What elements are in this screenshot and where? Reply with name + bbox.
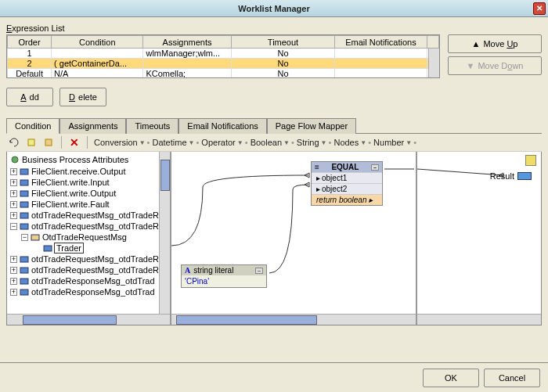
equal-node[interactable]: ≡EQUAL– ▸ object1 ▸ object2 return boole… (311, 161, 383, 206)
result-hscroll[interactable] (417, 314, 541, 325)
add-button[interactable]: Add (6, 88, 53, 106)
tree-node[interactable]: +otdTradeRequestMsg_otdTradeR (9, 264, 168, 275)
node-icon (20, 189, 29, 198)
validate-icon[interactable] (42, 136, 55, 149)
collapse-icon[interactable]: – (255, 268, 263, 274)
tree-node[interactable]: +FileClient.write.Output (9, 188, 168, 199)
node-input-1[interactable]: ▸ object1 (312, 172, 382, 183)
editor-panels: Business Process Attributes +FileClient.… (6, 152, 542, 325)
node-icon (31, 232, 40, 242)
tab-email[interactable]: Email Notifications (178, 118, 266, 134)
node-icon (20, 221, 29, 231)
svg-rect-13 (20, 279, 28, 284)
svg-rect-5 (20, 191, 28, 196)
svg-rect-14 (20, 290, 28, 295)
table-row[interactable]: DefaultN/AKComella;No (8, 69, 439, 79)
result-icon (517, 172, 532, 180)
tab-assignments[interactable]: Assignments (59, 118, 126, 134)
svg-rect-7 (20, 213, 28, 218)
editor-toolbar: ✕ Conversion ▼ • Datetime ▼ • Operator ▼… (6, 134, 542, 152)
node-icon (20, 287, 29, 297)
node-icon (20, 167, 29, 176)
svg-rect-10 (44, 246, 52, 251)
node-icon (20, 178, 29, 187)
title-bar: Worklist Manager ✕ (0, 0, 548, 17)
dialog-footer: OK Cancel (0, 362, 548, 392)
tree-node[interactable]: −OtdTradeRequestMsg (9, 232, 168, 243)
svg-rect-0 (28, 139, 34, 146)
tree-node[interactable]: +otdTradeRequestMsg_otdTradeR (9, 210, 168, 221)
tree-vscroll[interactable] (159, 152, 170, 314)
col-extra (427, 36, 438, 49)
col-timeout[interactable]: Timeout (231, 36, 335, 49)
section-label: Expression List (6, 23, 542, 33)
window-title: Worklist Manager (238, 4, 310, 13)
result-output[interactable]: Result (490, 171, 532, 181)
table-row[interactable]: 1wlmManager;wlm...No (8, 49, 439, 59)
close-button[interactable]: ✕ (533, 2, 546, 15)
string-literal-node[interactable]: A string literal– 'CPina' (181, 264, 267, 288)
separator (87, 136, 88, 149)
table-row[interactable]: 2( getContainerDa...No (8, 59, 439, 69)
redo-icon[interactable] (25, 136, 38, 149)
move-up-button[interactable]: ▲ Move Up (448, 34, 542, 53)
gear-icon (10, 155, 20, 164)
table-vscroll[interactable] (428, 49, 439, 77)
tree-hscroll[interactable] (7, 314, 170, 325)
node-icon (20, 276, 29, 286)
tree-node[interactable]: Trader (9, 243, 168, 254)
menu-datetime[interactable]: Datetime ▼ • (152, 138, 199, 147)
col-email[interactable]: Email Notifications (335, 36, 427, 49)
canvas-panel[interactable]: ≡EQUAL– ▸ object1 ▸ object2 return boole… (171, 152, 416, 325)
tree-node[interactable]: +otdTradeRequestMsg_otdTradeR (9, 254, 168, 264)
node-icon (20, 210, 29, 220)
tab-pageflow[interactable]: Page Flow Mapper (267, 118, 356, 134)
menu-operator[interactable]: Operator ▼ • (201, 138, 247, 147)
literal-value[interactable]: 'CPina' (182, 275, 266, 287)
move-down-button[interactable]: ▼ Move Down (448, 56, 542, 75)
menu-string[interactable]: String ▼ • (297, 138, 332, 147)
svg-rect-6 (20, 202, 28, 207)
tree-panel: Business Process Attributes +FileClient.… (7, 152, 171, 325)
note-icon[interactable] (525, 155, 536, 166)
node-icon (43, 243, 52, 253)
ok-button[interactable]: OK (423, 369, 479, 387)
collapse-icon[interactable]: – (371, 164, 379, 171)
svg-rect-3 (20, 169, 28, 174)
delete-icon[interactable]: ✕ (68, 136, 81, 149)
expression-table[interactable]: Order Condition Assignments Timeout Emai… (6, 34, 440, 78)
menu-conversion[interactable]: Conversion ▼ • (94, 138, 150, 147)
menu-boolean[interactable]: Boolean ▼ • (251, 138, 294, 147)
canvas-hscroll[interactable] (171, 314, 416, 325)
col-assignments[interactable]: Assignments (143, 36, 231, 49)
editor-tabs: Condition Assignments Timeouts Email Not… (6, 117, 542, 134)
tree-node[interactable]: +FileClient.write.Input (9, 177, 168, 188)
delete-button[interactable]: Delete (59, 88, 106, 106)
menu-nodes[interactable]: Nodes ▼ • (333, 138, 371, 147)
node-icon (20, 265, 29, 275)
cancel-button[interactable]: Cancel (484, 369, 540, 387)
tree-node[interactable]: +FileClient.write.Fault (9, 199, 168, 210)
node-return: return boolean ▸ (312, 194, 382, 205)
undo-icon[interactable] (8, 136, 20, 149)
tree-node[interactable]: +otdTradeResponseMsg_otdTrad (9, 275, 168, 286)
arrow-up-icon: ▲ (472, 39, 481, 49)
node-input-2[interactable]: ▸ object2 (312, 183, 382, 194)
svg-point-2 (12, 156, 18, 163)
col-order[interactable]: Order (8, 36, 52, 49)
tab-timeouts[interactable]: Timeouts (126, 118, 178, 134)
node-icon (20, 254, 29, 264)
tree-node[interactable]: +otdTradeResponseMsg_otdTrad (9, 286, 168, 297)
col-condition[interactable]: Condition (52, 36, 143, 49)
menu-number[interactable]: Number ▼ • (373, 138, 416, 147)
svg-rect-1 (45, 139, 52, 146)
arrow-down-icon: ▼ (467, 61, 475, 70)
tree-root[interactable]: Business Process Attributes (9, 153, 168, 166)
svg-rect-8 (20, 224, 28, 229)
tab-condition[interactable]: Condition (6, 118, 59, 134)
separator (61, 136, 62, 149)
svg-rect-4 (20, 180, 28, 185)
tree-node[interactable]: −otdTradeRequestMsg_otdTradeR (9, 221, 168, 232)
tree-node[interactable]: +FileClient.receive.Output (9, 166, 168, 177)
svg-rect-12 (20, 268, 28, 273)
